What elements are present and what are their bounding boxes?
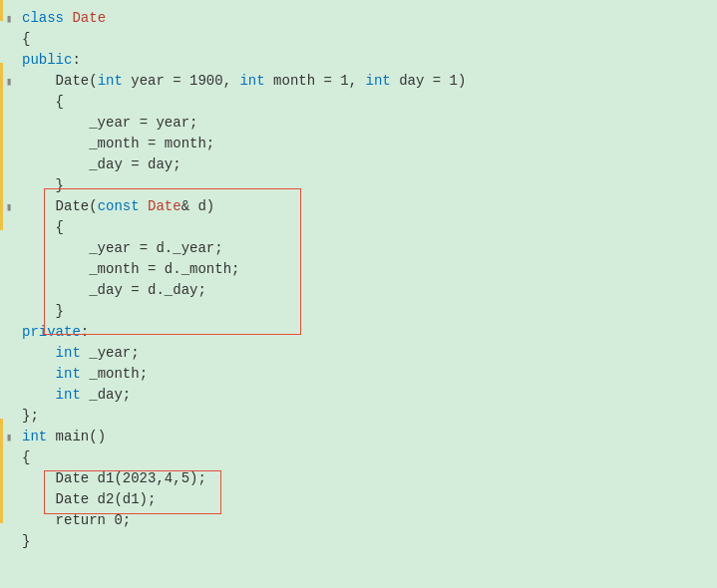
code-token: Date(int year = 1900, int month = 1, int… [18, 71, 466, 92]
code-token: int _year; [18, 343, 140, 364]
code-token: } [18, 531, 30, 552]
code-token: _year = year; [18, 113, 197, 134]
code-line: } [0, 175, 717, 196]
code-token: class Date [18, 8, 106, 29]
code-line: _day = d._day; [0, 280, 717, 301]
code-token: { [18, 92, 64, 113]
code-lines: ▮class Date{public:▮ Date(int year = 190… [0, 8, 717, 552]
code-line: _day = day; [0, 154, 717, 175]
code-token: _year = d._year; [18, 238, 223, 259]
code-token: return 0; [18, 510, 131, 531]
gutter-icon: ▮ [0, 431, 18, 443]
code-line: _year = d._year; [0, 238, 717, 259]
code-line: ▮int main() [0, 427, 717, 447]
code-line: int _day; [0, 385, 717, 406]
code-line: _month = d._month; [0, 259, 717, 280]
code-line: return 0; [0, 510, 717, 531]
code-token: Date d1(2023,4,5); [18, 468, 206, 489]
code-line: { [0, 217, 717, 238]
code-token: int _day; [18, 385, 131, 406]
gutter-icon: ▮ [0, 12, 18, 25]
code-token: _month = month; [18, 134, 214, 154]
code-token: _month = d._month; [18, 259, 239, 280]
code-line: ▮class Date [0, 8, 717, 29]
code-token: }; [18, 406, 39, 427]
code-line: } [0, 301, 717, 322]
code-line: { [0, 92, 717, 113]
code-token: { [18, 217, 64, 238]
gutter-icon: ▮ [0, 75, 18, 88]
code-token: } [18, 301, 64, 322]
code-line: int _month; [0, 364, 717, 385]
code-line: private: [0, 322, 717, 343]
code-line: }; [0, 406, 717, 427]
code-token: { [18, 447, 30, 468]
code-line: ▮ Date(int year = 1900, int month = 1, i… [0, 71, 717, 92]
code-line: _month = month; [0, 134, 717, 154]
code-token: _day = d._day; [18, 280, 206, 301]
code-line: { [0, 29, 717, 50]
code-line: } [0, 531, 717, 552]
code-token: } [18, 175, 64, 196]
gutter-icon: ▮ [0, 200, 18, 213]
code-line: int _year; [0, 343, 717, 364]
code-token: _day = day; [18, 154, 181, 175]
code-token: int main() [18, 427, 106, 447]
code-token: private: [18, 322, 89, 343]
code-line: _year = year; [0, 113, 717, 134]
code-token: public: [18, 50, 81, 71]
code-token: int _month; [18, 364, 148, 385]
code-line: { [0, 447, 717, 468]
code-token: { [18, 29, 30, 50]
code-token: Date(const Date& d) [18, 196, 214, 217]
code-line: ▮ Date(const Date& d) [0, 196, 717, 217]
code-line: Date d1(2023,4,5); [0, 468, 717, 489]
code-line: public: [0, 50, 717, 71]
code-token: Date d2(d1); [18, 489, 156, 510]
code-editor: ▮class Date{public:▮ Date(int year = 190… [0, 0, 717, 588]
code-line: Date d2(d1); [0, 489, 717, 510]
